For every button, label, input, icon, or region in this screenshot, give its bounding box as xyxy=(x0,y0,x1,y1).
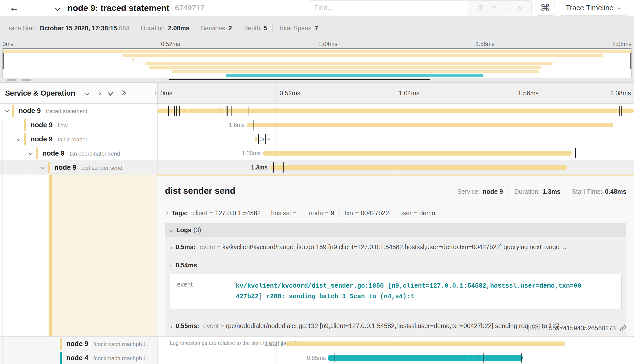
expand-collapse-controls xyxy=(85,91,126,95)
minimap-drag-handle[interactable] xyxy=(630,53,631,69)
span-name-cell[interactable]: node 9table reader xyxy=(0,132,157,146)
chevron-right-icon[interactable] xyxy=(97,92,100,95)
log-entry-collapsed[interactable]: 0.5ms:event=kv/kvclient/kvcoord/range_it… xyxy=(165,237,626,257)
back-button[interactable]: ← xyxy=(0,0,28,16)
gridline xyxy=(396,83,396,103)
span-row[interactable]: node 9traced statement xyxy=(0,104,634,118)
span-name-cell[interactable]: node 9flow xyxy=(0,118,157,132)
log-entry-header[interactable]: 0.54ms xyxy=(170,262,622,269)
event-tick-mark xyxy=(258,134,259,144)
divider xyxy=(195,25,195,32)
event-tick-mark xyxy=(273,162,274,173)
span-timeline-cell[interactable]: 1.6ms xyxy=(157,118,634,132)
span-row[interactable]: node 9/cockroach.roachpb.I...1.22ms xyxy=(0,337,634,351)
operation-name: flow xyxy=(58,122,68,129)
event-tick-mark xyxy=(179,106,180,116)
view-selector-button[interactable]: Trace Timeline xyxy=(559,0,627,16)
span-duration-bar[interactable] xyxy=(270,165,568,170)
chevron-down-icon[interactable] xyxy=(504,6,509,10)
equals-sign: = xyxy=(355,209,359,217)
span-meta-label: Service: xyxy=(457,188,480,195)
double-chevron-down-icon[interactable] xyxy=(109,91,112,95)
chevron-right-icon xyxy=(169,325,173,329)
find-input[interactable] xyxy=(309,1,468,15)
span-duration-bar[interactable] xyxy=(263,151,572,156)
tag-item: node=9 xyxy=(309,209,334,217)
minimap-handle-knob[interactable] xyxy=(22,79,31,81)
operation-name: dist sender send xyxy=(81,165,122,171)
equals-sign: = xyxy=(293,209,297,217)
span-duration-bar[interactable] xyxy=(247,123,613,127)
indent-guide xyxy=(2,118,3,132)
equals-sign: = xyxy=(414,209,417,217)
span-id-value: 5597415943526560273 xyxy=(549,325,616,332)
locate-icon[interactable] xyxy=(478,5,483,11)
span-name-cell[interactable]: node 9traced statement xyxy=(0,104,157,118)
tags-label: Tags: xyxy=(172,209,188,217)
trace-collapse-chevron[interactable] xyxy=(56,6,60,10)
divider xyxy=(266,209,266,217)
span-row[interactable]: node 9flow1.6ms xyxy=(0,118,634,132)
minimap-span-bar xyxy=(3,50,631,53)
column-resizer-handle[interactable] xyxy=(154,91,156,95)
chevron-down-icon[interactable] xyxy=(41,165,44,170)
divider xyxy=(165,203,626,203)
span-detail-left-gutter xyxy=(0,175,157,336)
span-row[interactable]: node 4/cockroach.roachpb.I...0.85ms xyxy=(0,351,634,364)
logs-header[interactable]: Logs (3) xyxy=(165,223,626,237)
span-timeline-cell[interactable]: 0.85ms xyxy=(157,351,634,364)
tags-accordion[interactable]: Tags: client=127.0.0.1:54582hostssl=node… xyxy=(165,207,626,219)
event-tick-mark xyxy=(253,120,254,130)
divider xyxy=(339,209,340,217)
span-name-cell[interactable]: node 4/cockroach.roachpb.I... xyxy=(0,351,157,364)
chevron-up-icon[interactable] xyxy=(492,6,496,10)
minimap-handle-knob[interactable] xyxy=(7,79,16,81)
log-timestamp: 0.5ms: xyxy=(176,243,196,251)
ruler-tick-label: 1.56ms xyxy=(518,90,539,97)
ruler-tick-label: 2.08ms xyxy=(610,90,631,97)
span-timeline-cell[interactable]: 1.22ms xyxy=(157,337,634,351)
span-duration-bar[interactable] xyxy=(255,137,258,141)
minimap-viewport-indicator[interactable] xyxy=(169,79,430,80)
span-duration-bar[interactable] xyxy=(286,341,565,346)
minimap-drag-handle[interactable] xyxy=(3,53,4,69)
timeline-minimap: 0ms0.52ms1.04ms1.56ms2.08ms xyxy=(3,40,631,83)
chevron-down-icon[interactable] xyxy=(6,109,8,113)
divider xyxy=(394,209,394,217)
indent-guide xyxy=(2,132,3,146)
span-timeline-cell[interactable]: 1.3ms xyxy=(157,160,634,175)
chevron-down-icon xyxy=(169,228,173,232)
event-tick-mark xyxy=(478,353,478,363)
chevron-down-icon[interactable] xyxy=(29,151,32,156)
close-icon[interactable]: × xyxy=(518,4,522,12)
summary-item: Total Spans7 xyxy=(278,25,318,32)
span-rows-bottom: node 9/cockroach.roachpb.I...1.22msnode … xyxy=(0,336,634,364)
service-name: node 4 xyxy=(66,354,88,362)
span-row[interactable]: node 9dist sender send1.3ms xyxy=(0,160,634,175)
gridline xyxy=(157,83,158,103)
span-timeline-cell[interactable] xyxy=(157,104,634,118)
span-duration-bar[interactable] xyxy=(157,109,634,113)
gridline xyxy=(157,351,158,364)
find-controls: × xyxy=(468,1,531,15)
indent-guide xyxy=(14,160,14,175)
minimap-canvas[interactable] xyxy=(3,48,631,78)
span-color-bar xyxy=(36,147,38,159)
double-chevron-right-icon[interactable] xyxy=(121,91,126,95)
chevron-down-icon[interactable] xyxy=(17,137,20,141)
span-name-cell[interactable]: node 9dist sender send xyxy=(0,160,157,175)
span-timeline-cell[interactable]: 0ms xyxy=(157,132,634,146)
keyboard-shortcuts-button[interactable]: ⌘ xyxy=(536,0,555,16)
span-duration-bar[interactable] xyxy=(328,355,523,361)
span-color-bar xyxy=(60,338,62,350)
span-row[interactable]: node 9txn coordinator send1.35ms xyxy=(0,146,634,160)
span-name-cell[interactable]: node 9/cockroach.roachpb.I... xyxy=(0,337,157,351)
span-timeline-cell[interactable]: 1.35ms xyxy=(157,146,634,160)
link-icon[interactable] xyxy=(620,325,626,332)
span-row[interactable]: node 9table reader0ms xyxy=(0,132,634,146)
minimap-span-bar xyxy=(226,74,483,77)
chevron-down-icon[interactable] xyxy=(85,92,89,95)
span-name-cell[interactable]: node 9txn coordinator send xyxy=(0,146,157,160)
operation-name: txn coordinator send xyxy=(70,151,120,157)
gridline xyxy=(515,83,515,103)
